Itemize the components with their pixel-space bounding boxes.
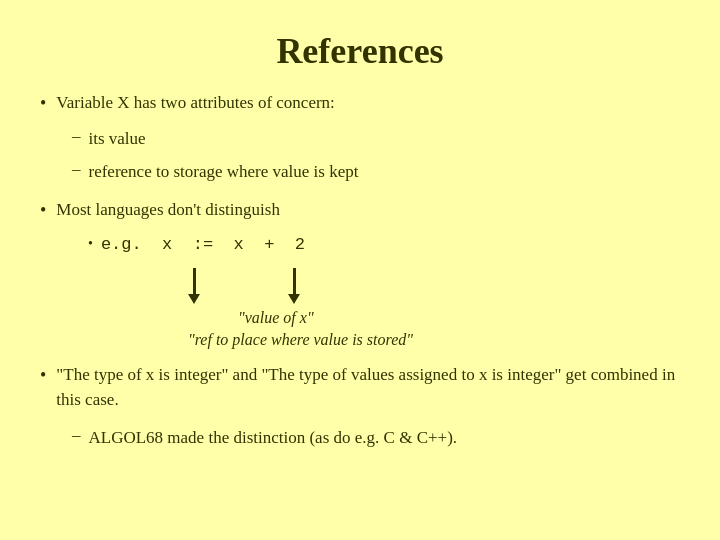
slide-title: References [40, 30, 680, 72]
bullet-text-3: "The type of x is integer" and "The type… [56, 365, 675, 410]
bullet-2: • Most languages don't distinguish [40, 197, 680, 223]
arrow-col-1 [188, 268, 200, 304]
dash-3a: – [72, 425, 81, 445]
bullet-text-3-wrapper: "The type of x is integer" and "The type… [56, 362, 680, 413]
arrow-shafts-row [188, 268, 680, 304]
bullet-dot-3: • [40, 365, 46, 386]
bullet-text-2: Most languages don't distinguish [56, 197, 280, 223]
sub-item-3a: – ALGOL68 made the distinction (as do e.… [72, 425, 680, 451]
bullet-3: • "The type of x is integer" and "The ty… [40, 362, 680, 413]
slide: References • Variable X has two attribut… [0, 0, 720, 540]
bullet-dot-2: • [40, 200, 46, 221]
bullet-1: • Variable X has two attributes of conce… [40, 90, 680, 116]
arrow-shaft-2 [293, 268, 296, 294]
bullet-dot-1: • [40, 93, 46, 114]
sub-text-3a: ALGOL68 made the distinction (as do e.g.… [89, 425, 458, 451]
annotation-value: "value of x" [238, 308, 314, 328]
arrow-head-1 [188, 294, 200, 304]
annotation-ref-text: "ref to place where value is stored" [188, 331, 413, 348]
sub-item-1b: – reference to storage where value is ke… [72, 159, 680, 185]
bullet-text-1: Variable X has two attributes of concern… [56, 90, 335, 116]
sub-code-2a: e.g. x := x + 2 [101, 232, 305, 258]
sub-text-1b: reference to storage where value is kept [89, 159, 359, 185]
sub-bullet-2a: • e.g. x := x + 2 [88, 232, 680, 258]
content-area: • Variable X has two attributes of conce… [40, 90, 680, 520]
annotations-row: "value of x" [188, 308, 680, 328]
annotation-value-text: "value of x" [238, 309, 314, 326]
arrows-section: "value of x" "ref to place where value i… [188, 268, 680, 350]
sub-bullet-dot-2a: • [88, 236, 93, 252]
arrow-shaft-1 [193, 268, 196, 294]
dash-1b: – [72, 159, 81, 179]
sub-text-1a: its value [89, 126, 146, 152]
arrow-col-2 [288, 268, 300, 304]
annotation-ref: "ref to place where value is stored" [188, 330, 680, 350]
sub-item-1a: – its value [72, 126, 680, 152]
arrow-head-2 [288, 294, 300, 304]
dash-1a: – [72, 126, 81, 146]
